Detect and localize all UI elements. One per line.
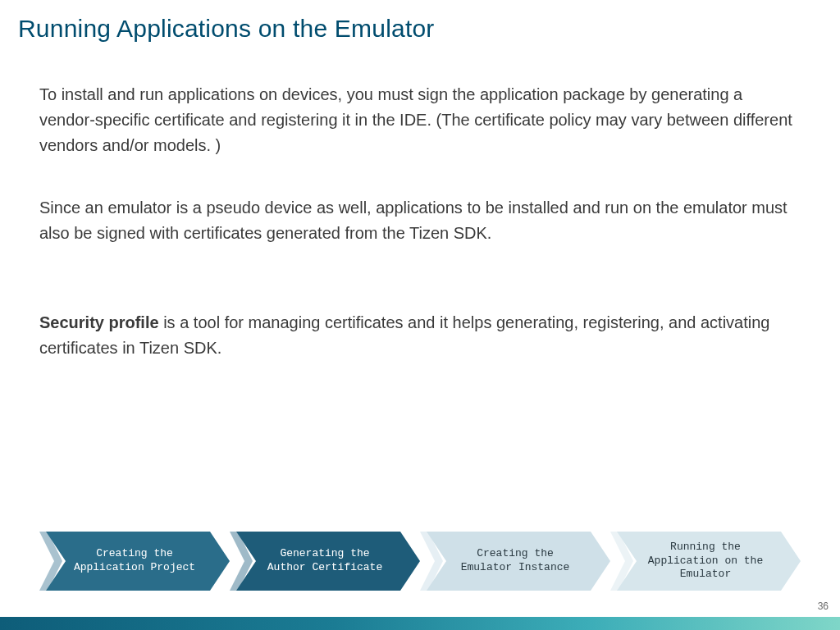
process-row: Creating the Application Project Generat… [39, 532, 801, 591]
slide: Running Applications on the Emulator To … [0, 0, 840, 630]
process-step-1: Creating the Application Project [39, 532, 223, 591]
paragraph-1: To install and run applications on devic… [39, 82, 794, 158]
chevron-body: Creating the Emulator Instance [427, 532, 604, 591]
paragraph-2: Since an emulator is a pseudo device as … [39, 195, 794, 246]
process-step-3: Creating the Emulator Instance [420, 532, 604, 591]
footer-gradient-bar [0, 617, 840, 630]
process-step-label: Generating the Author Certificate [249, 547, 400, 575]
chevron-body: Creating the Application Project [46, 532, 223, 591]
slide-title: Running Applications on the Emulator [18, 15, 435, 43]
process-step-label: Creating the Application Project [56, 547, 213, 575]
process-step-label: Running the Application on the Emulator [630, 541, 781, 582]
paragraph-3-bold: Security profile [39, 313, 159, 331]
paragraph-3: Security profile is a tool for managing … [39, 310, 794, 361]
chevron-body: Running the Application on the Emulator [617, 532, 794, 591]
chevron-body: Generating the Author Certificate [236, 532, 413, 591]
process-step-4: Running the Application on the Emulator [610, 532, 794, 591]
process-step-2: Generating the Author Certificate [230, 532, 413, 591]
process-step-label: Creating the Emulator Instance [443, 547, 588, 575]
page-number: 36 [818, 600, 829, 612]
